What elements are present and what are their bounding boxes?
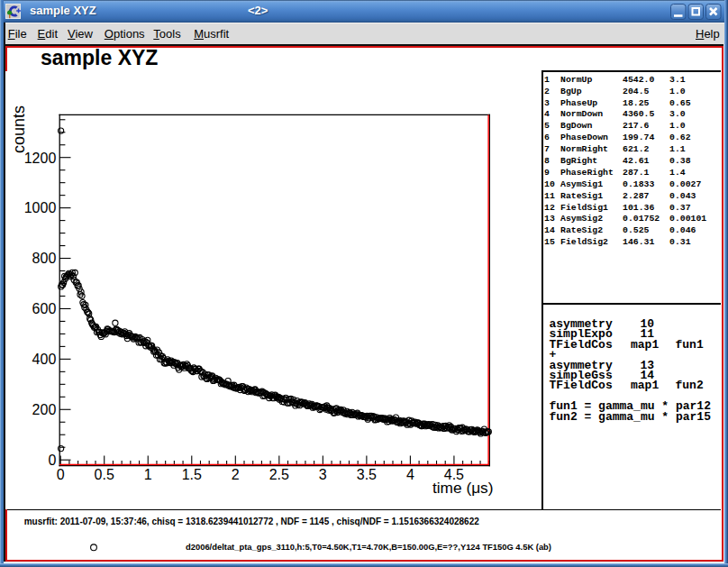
svg-text:PhaseUp: PhaseUp xyxy=(560,98,597,108)
svg-text:0.046: 0.046 xyxy=(669,225,696,235)
svg-text:time (μs): time (μs) xyxy=(432,479,494,497)
svg-text:4: 4 xyxy=(406,467,414,482)
svg-text:3.1: 3.1 xyxy=(669,75,686,85)
svg-text:map1: map1 xyxy=(631,338,659,352)
svg-text:42.61: 42.61 xyxy=(623,156,650,166)
svg-text:0.043: 0.043 xyxy=(669,191,696,201)
svg-text:11: 11 xyxy=(544,191,555,201)
svg-text:1200: 1200 xyxy=(24,151,57,166)
svg-text:0.38: 0.38 xyxy=(669,156,691,166)
svg-text:101.36: 101.36 xyxy=(623,203,654,213)
svg-text:8: 8 xyxy=(544,156,550,166)
svg-text:3: 3 xyxy=(319,467,327,482)
svg-text:0: 0 xyxy=(57,467,65,482)
svg-text:counts: counts xyxy=(10,105,28,153)
svg-text:13: 13 xyxy=(544,214,555,224)
svg-text:NormRight: NormRight xyxy=(560,144,608,154)
svg-text:2.5: 2.5 xyxy=(269,467,289,482)
svg-text:199.74: 199.74 xyxy=(623,133,654,142)
svg-text:0.65: 0.65 xyxy=(669,98,691,108)
svg-text:12: 12 xyxy=(544,203,555,213)
svg-text:1.1: 1.1 xyxy=(669,144,686,154)
svg-text:TFieldCos: TFieldCos xyxy=(550,379,613,392)
svg-text:400: 400 xyxy=(32,352,57,367)
svg-text:FieldSig2: FieldSig2 xyxy=(560,237,608,247)
svg-text:2: 2 xyxy=(232,467,240,482)
svg-text:287.1: 287.1 xyxy=(623,168,650,178)
svg-text:BgDown: BgDown xyxy=(560,121,592,131)
svg-text:AsymSig2: AsymSig2 xyxy=(560,214,603,224)
svg-text:PhaseRight: PhaseRight xyxy=(560,168,614,178)
svg-text:6: 6 xyxy=(544,133,550,142)
svg-text:1.0: 1.0 xyxy=(669,87,686,96)
svg-text:d2006/deltat_pta_gps_3110,h:5,: d2006/deltat_pta_gps_3110,h:5,T0=4.50K,T… xyxy=(186,542,551,552)
svg-text:2.287: 2.287 xyxy=(623,191,650,201)
svg-text:0: 0 xyxy=(48,453,56,468)
svg-text:18.25: 18.25 xyxy=(623,98,650,108)
svg-text:4542.0: 4542.0 xyxy=(623,75,654,85)
svg-text:4360.5: 4360.5 xyxy=(623,109,654,119)
svg-text:621.2: 621.2 xyxy=(623,144,650,154)
svg-text:RateSig1: RateSig1 xyxy=(560,191,603,201)
svg-text:1.0: 1.0 xyxy=(669,121,686,131)
svg-text:200: 200 xyxy=(32,402,57,417)
svg-text:0.5: 0.5 xyxy=(95,467,114,482)
svg-text:5: 5 xyxy=(544,121,550,131)
svg-text:BgUp: BgUp xyxy=(560,87,582,96)
svg-text:0.31: 0.31 xyxy=(669,237,691,247)
svg-text:0.62: 0.62 xyxy=(669,133,691,142)
svg-text:map1: map1 xyxy=(631,379,659,392)
svg-text:NormUp: NormUp xyxy=(560,75,592,85)
svg-text:musrfit: 2011-07-09, 15:37:46,: musrfit: 2011-07-09, 15:37:46, chisq = 1… xyxy=(24,517,480,526)
svg-text:0.0027: 0.0027 xyxy=(669,179,701,189)
svg-text:FieldSig1: FieldSig1 xyxy=(560,203,608,213)
svg-text:146.31: 146.31 xyxy=(623,237,654,247)
svg-text:3: 3 xyxy=(544,98,550,108)
svg-text:0.1833: 0.1833 xyxy=(623,179,654,189)
svg-text:9: 9 xyxy=(544,168,550,178)
svg-text:15: 15 xyxy=(544,237,555,247)
svg-text:RateSig2: RateSig2 xyxy=(560,225,603,235)
svg-text:fun1: fun1 xyxy=(676,338,704,352)
svg-text:NormDown: NormDown xyxy=(560,109,603,119)
svg-text:0.00101: 0.00101 xyxy=(669,214,706,224)
svg-text:AsymSig1: AsymSig1 xyxy=(560,179,603,189)
svg-text:1: 1 xyxy=(544,75,550,85)
svg-text:fun2 = gamma_mu * par15: fun2 = gamma_mu * par15 xyxy=(550,410,712,424)
svg-text:204.5: 204.5 xyxy=(623,87,650,96)
svg-text:2: 2 xyxy=(544,87,550,96)
svg-text:0.01752: 0.01752 xyxy=(623,214,660,224)
svg-text:1.4: 1.4 xyxy=(669,168,686,178)
svg-text:fun2: fun2 xyxy=(676,379,704,392)
svg-text:sample XYZ: sample XYZ xyxy=(41,46,158,69)
svg-text:1.5: 1.5 xyxy=(182,467,202,482)
svg-text:14: 14 xyxy=(544,225,555,235)
svg-text:0.525: 0.525 xyxy=(623,225,650,235)
svg-text:1: 1 xyxy=(144,467,152,482)
svg-text:BgRight: BgRight xyxy=(560,156,597,166)
svg-text:TFieldCos: TFieldCos xyxy=(550,338,613,352)
svg-text:PhaseDown: PhaseDown xyxy=(560,133,608,142)
svg-text:10: 10 xyxy=(544,179,555,189)
svg-text:1000: 1000 xyxy=(24,200,57,215)
svg-text:217.6: 217.6 xyxy=(623,121,650,131)
svg-text:800: 800 xyxy=(32,251,57,266)
svg-text:3.0: 3.0 xyxy=(669,109,686,119)
svg-text:3.5: 3.5 xyxy=(357,467,377,482)
svg-text:4: 4 xyxy=(544,109,550,119)
svg-text:7: 7 xyxy=(544,144,550,154)
svg-text:600: 600 xyxy=(32,301,57,316)
svg-text:0.37: 0.37 xyxy=(669,203,691,213)
